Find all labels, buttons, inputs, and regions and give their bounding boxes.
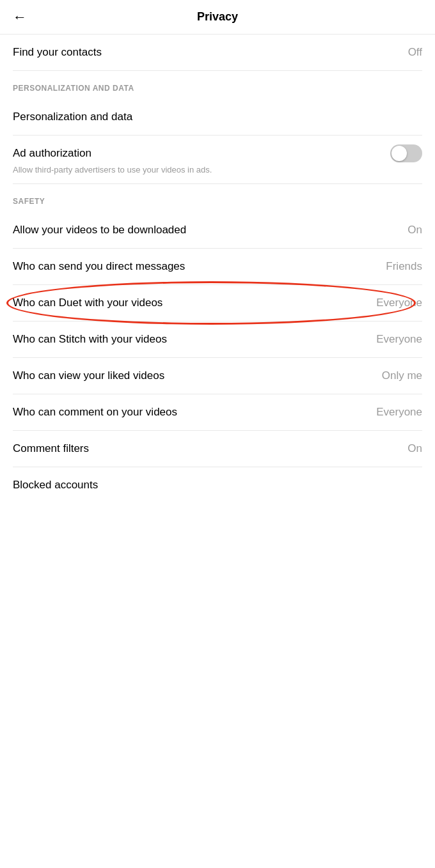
duet-value: Everyone [376,297,422,309]
header: ← Privacy [0,0,435,35]
comment-videos-label: Who can comment on your videos [13,406,370,419]
stitch-value: Everyone [376,333,422,346]
find-contacts-label: Find your contacts [13,46,402,59]
liked-videos-row[interactable]: Who can view your liked videos Only me [0,358,435,394]
ad-authorization-toggle[interactable] [390,144,422,162]
direct-messages-value: Friends [386,260,422,273]
find-contacts-row[interactable]: Find your contacts Off [0,35,435,70]
safety-section-label: SAFETY [0,184,435,212]
ad-authorization-label: Ad authorization [13,147,390,160]
back-button[interactable]: ← [13,9,27,26]
page-title: Privacy [197,10,238,24]
personalization-data-label: Personalization and data [13,111,422,123]
comment-filters-row[interactable]: Comment filters On [0,431,435,467]
comment-filters-label: Comment filters [13,442,401,455]
direct-messages-label: Who can send you direct messages [13,260,379,273]
stitch-row[interactable]: Who can Stitch with your videos Everyone [0,322,435,357]
direct-messages-row[interactable]: Who can send you direct messages Friends [0,249,435,284]
find-contacts-value: Off [408,46,422,59]
comment-videos-value: Everyone [376,406,422,419]
liked-videos-value: Only me [382,369,422,382]
personalization-data-row[interactable]: Personalization and data [0,99,435,135]
stitch-label: Who can Stitch with your videos [13,333,370,346]
blocked-accounts-row[interactable]: Blocked accounts [0,467,435,503]
allow-downloads-row[interactable]: Allow your videos to be downloaded On [0,212,435,248]
toggle-knob [391,146,407,161]
personalization-section-label: PERSONALIZATION AND DATA [0,71,435,99]
duet-row[interactable]: Who can Duet with your videos Everyone [0,285,435,321]
blocked-accounts-label: Blocked accounts [13,479,422,492]
allow-downloads-label: Allow your videos to be downloaded [13,224,401,236]
allow-downloads-value: On [407,224,422,236]
ad-authorization-sublabel: Allow third-party advertisers to use you… [13,165,422,174]
comment-filters-value: On [407,442,422,455]
comment-videos-row[interactable]: Who can comment on your videos Everyone [0,394,435,430]
ad-authorization-row[interactable]: Ad authorization Allow third-party adver… [0,136,435,183]
duet-label: Who can Duet with your videos [13,297,370,309]
liked-videos-label: Who can view your liked videos [13,369,376,382]
